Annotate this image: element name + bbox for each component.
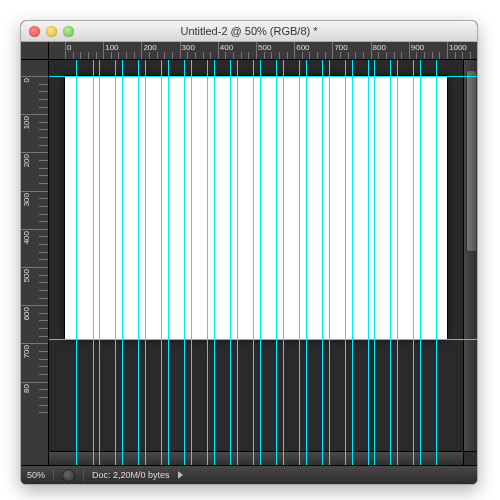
ruler-origin[interactable]	[21, 42, 49, 60]
ruler-tick-label: 900	[411, 43, 424, 52]
ruler-tick-label: 500	[22, 269, 31, 282]
chevron-right-icon[interactable]	[178, 471, 183, 479]
guide-vertical[interactable]	[93, 60, 94, 465]
guide-vertical[interactable]	[230, 60, 231, 465]
guide-vertical[interactable]	[253, 60, 254, 465]
ruler-tick-label: 500	[258, 43, 271, 52]
ruler-vertical[interactable]: 010020030040050060070080	[21, 60, 49, 465]
guide-vertical[interactable]	[368, 60, 369, 465]
ruler-tick-label: 1000	[449, 43, 467, 52]
guide-vertical[interactable]	[276, 60, 277, 465]
ruler-tick-label: 300	[22, 193, 31, 206]
scrollbar-vertical[interactable]	[463, 60, 477, 451]
separator	[83, 469, 84, 481]
guide-vertical[interactable]	[161, 60, 162, 465]
guide-vertical[interactable]	[436, 60, 437, 465]
guide-vertical[interactable]	[76, 60, 77, 465]
guide-vertical[interactable]	[115, 60, 116, 465]
guide-vertical[interactable]	[397, 60, 398, 465]
guide-vertical[interactable]	[322, 60, 323, 465]
guide-vertical[interactable]	[260, 60, 261, 465]
guide-vertical[interactable]	[214, 60, 215, 465]
ruler-tick-label: 700	[334, 43, 347, 52]
guide-vertical[interactable]	[207, 60, 208, 465]
guide-vertical[interactable]	[299, 60, 300, 465]
window-title: Untitled-2 @ 50% (RGB/8) *	[21, 25, 477, 37]
ruler-tick-label: 800	[373, 43, 386, 52]
traffic-lights	[29, 26, 74, 37]
workspace: 01002003004005006007008009001000 0100200…	[21, 42, 477, 465]
zoom-icon[interactable]	[63, 26, 74, 37]
guide-vertical[interactable]	[413, 60, 414, 465]
titlebar[interactable]: Untitled-2 @ 50% (RGB/8) *	[21, 21, 477, 42]
scroll-thumb-vertical[interactable]	[466, 70, 477, 252]
ruler-tick-label: 600	[296, 43, 309, 52]
ruler-tick-label: 400	[22, 231, 31, 244]
guide-vertical[interactable]	[184, 60, 185, 465]
doc-info[interactable]: Doc: 2,20M/0 bytes	[92, 470, 170, 480]
canvas-viewport[interactable]	[49, 60, 477, 465]
ruler-tick-label: 200	[22, 154, 31, 167]
preview-icon[interactable]	[62, 469, 75, 482]
separator	[53, 469, 54, 481]
ruler-tick-label: 0	[67, 43, 71, 52]
guide-horizontal[interactable]	[49, 339, 477, 340]
guide-vertical[interactable]	[390, 60, 391, 465]
scroll-corner	[463, 451, 477, 465]
guide-vertical[interactable]	[122, 60, 123, 465]
ruler-tick-label: 300	[182, 43, 195, 52]
ruler-horizontal[interactable]: 01002003004005006007008009001000	[49, 42, 477, 60]
guide-vertical[interactable]	[138, 60, 139, 465]
ruler-tick-label: 600	[22, 307, 31, 320]
ruler-tick-label: 100	[105, 43, 118, 52]
ruler-tick-label: 200	[143, 43, 156, 52]
ruler-tick-label: 400	[220, 43, 233, 52]
guide-vertical[interactable]	[345, 60, 346, 465]
guide-vertical[interactable]	[145, 60, 146, 465]
zoom-level[interactable]: 50%	[27, 470, 45, 480]
ruler-tick-label: 0	[22, 78, 31, 82]
guide-vertical[interactable]	[352, 60, 353, 465]
guide-vertical[interactable]	[306, 60, 307, 465]
ruler-tick-label: 100	[22, 116, 31, 129]
document-window: Untitled-2 @ 50% (RGB/8) * 0100200300400…	[20, 20, 478, 485]
scrollbar-horizontal[interactable]	[49, 451, 463, 465]
guide-vertical[interactable]	[237, 60, 238, 465]
close-icon[interactable]	[29, 26, 40, 37]
status-bar: 50% Doc: 2,20M/0 bytes	[21, 465, 477, 484]
guide-vertical[interactable]	[329, 60, 330, 465]
guide-vertical[interactable]	[374, 60, 375, 465]
minimize-icon[interactable]	[46, 26, 57, 37]
guide-vertical[interactable]	[191, 60, 192, 465]
guide-horizontal[interactable]	[49, 76, 477, 77]
guide-vertical[interactable]	[99, 60, 100, 465]
guide-vertical[interactable]	[420, 60, 421, 465]
ruler-tick-label: 80	[22, 384, 31, 393]
guide-vertical[interactable]	[168, 60, 169, 465]
ruler-tick-label: 700	[22, 345, 31, 358]
guide-vertical[interactable]	[283, 60, 284, 465]
